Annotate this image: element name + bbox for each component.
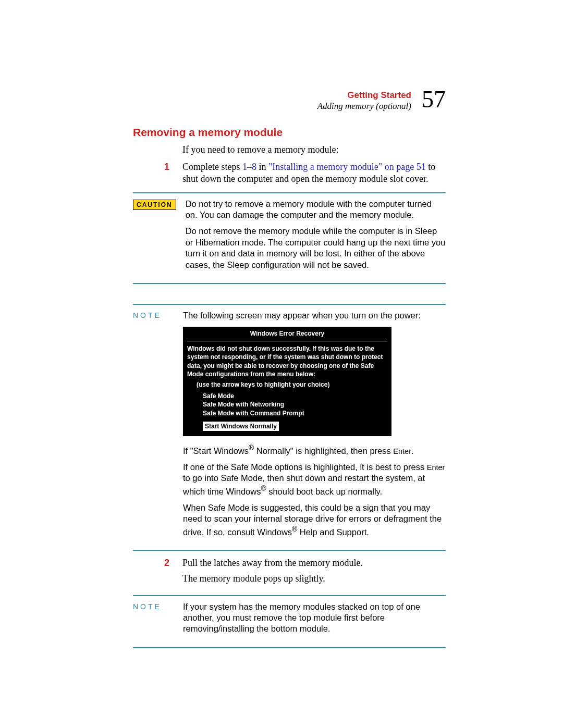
boot-start-normally: Start Windows Normally — [203, 422, 279, 431]
step2-line1: Pull the latches away from the memory mo… — [182, 557, 446, 569]
step-1: 1 Complete steps 1–8 in "Installing a me… — [164, 161, 446, 185]
note-label: NOTE — [133, 311, 174, 319]
page-number: 57 — [422, 88, 446, 112]
divider — [133, 595, 446, 596]
divider — [133, 550, 446, 551]
note-text: If your system has the memory modules st… — [183, 601, 446, 640]
divider — [133, 647, 446, 648]
intro-text: If you need to remove a memory module: — [182, 144, 446, 156]
divider — [133, 192, 446, 193]
boot-hint: (use the arrow keys to highlight your ch… — [187, 380, 387, 389]
note-label: NOTE — [133, 602, 174, 611]
step1-link[interactable]: "Installing a memory module" on page 51 — [268, 162, 426, 172]
step1-prefix: Complete steps — [182, 162, 242, 172]
section-heading: Removing a memory module — [133, 126, 446, 139]
caution-badge: CAUTION — [133, 200, 176, 210]
page-header: Getting Started Adding memory (optional)… — [133, 88, 446, 112]
step-number: 1 — [164, 161, 182, 185]
divider — [133, 304, 446, 305]
caution-block: CAUTION Do not try to remove a memory mo… — [133, 199, 446, 276]
boot-opt3: Safe Mode with Command Prompt — [203, 409, 387, 417]
step1-link-range[interactable]: 1–8 — [242, 162, 256, 172]
boot-msg: Windows did not shut down successfully. … — [187, 344, 387, 378]
boot-screen: Windows Error Recovery Windows did not s… — [183, 327, 391, 436]
boot-title: Windows Error Recovery — [183, 327, 391, 340]
note1-scan: When Safe Mode is suggested, this could … — [183, 502, 446, 538]
caution-p1: Do not try to remove a memory module wit… — [186, 199, 446, 221]
note1-intro: The following screen may appear when you… — [183, 310, 446, 321]
boot-opt1: Safe Mode — [203, 392, 387, 400]
note-block-1: NOTE The following screen may appear whe… — [133, 310, 446, 542]
step-body: Complete steps 1–8 in "Installing a memo… — [182, 161, 446, 185]
note2-text: If your system has the memory modules st… — [183, 601, 446, 635]
boot-body: Windows did not shut down successfully. … — [183, 344, 391, 431]
boot-options: Safe Mode Safe Mode with Networking Safe… — [187, 392, 387, 417]
note1-start-windows: If "Start Windows® Normally" is highligh… — [183, 443, 446, 456]
divider — [133, 283, 446, 284]
page-content: Getting Started Adding memory (optional)… — [133, 88, 446, 653]
step2-line2: The memory module pops up slightly. — [182, 573, 446, 585]
note1-safe-mode: If one of the Safe Mode options is highl… — [183, 462, 446, 497]
note-text: The following screen may appear when you… — [183, 310, 446, 542]
caution-text: Do not try to remove a memory module wit… — [186, 199, 446, 276]
step-number: 2 — [164, 557, 182, 587]
boot-rule — [187, 341, 387, 341]
step-body: Pull the latches away from the memory mo… — [182, 557, 446, 587]
note-block-2: NOTE If your system has the memory modul… — [133, 601, 446, 640]
header-titles: Getting Started Adding memory (optional) — [317, 90, 411, 112]
step1-mid: in — [256, 162, 268, 172]
section-title: Adding memory (optional) — [317, 101, 411, 112]
step-2: 2 Pull the latches away from the memory … — [164, 557, 446, 587]
boot-opt2: Safe Mode with Networking — [203, 400, 387, 409]
caution-p2: Do not remove the memory module while th… — [186, 226, 446, 270]
chapter-title: Getting Started — [317, 90, 411, 101]
